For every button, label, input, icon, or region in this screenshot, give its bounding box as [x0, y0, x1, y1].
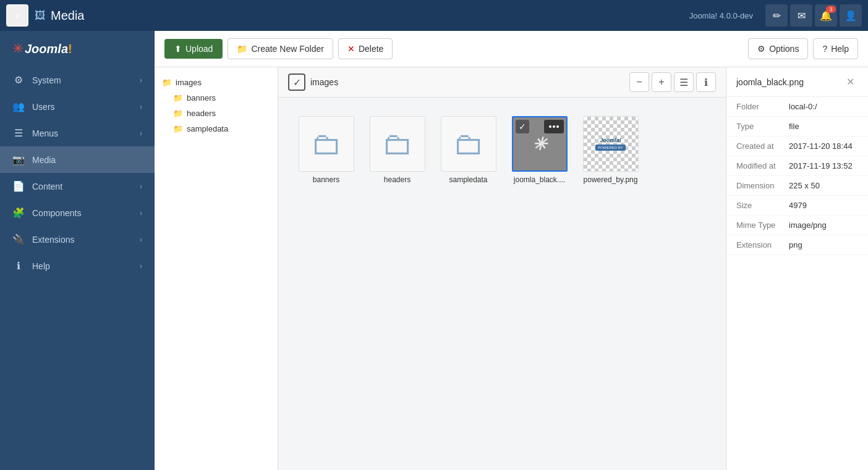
sidebar-item-media[interactable]: 📷 Media	[0, 146, 155, 173]
chevron-right-icon: ›	[140, 76, 142, 85]
page-title: Media	[51, 9, 689, 23]
info-label-created: Created at	[736, 141, 789, 151]
info-button[interactable]: ℹ	[696, 72, 716, 92]
info-value-modified: 2017-11-19 13:52	[789, 161, 853, 170]
info-label-type: Type	[736, 122, 789, 131]
media-item-headers[interactable]: 🗀 headers	[362, 110, 433, 190]
sidebar-item-users[interactable]: 👥 Users ›	[0, 93, 155, 120]
info-label-dimension: Dimension	[736, 181, 789, 190]
info-row-type: Type file	[726, 117, 868, 136]
tree-item-headers[interactable]: 📁 headers	[166, 106, 278, 121]
info-panel-header: joomla_black.png ✕	[726, 67, 868, 97]
info-row-size: Size 4979	[726, 196, 868, 216]
folder-large-icon: 🗀	[311, 128, 342, 159]
info-close-button[interactable]: ✕	[843, 75, 858, 89]
media-main: ✓ images − + ☰ ℹ	[278, 67, 726, 470]
info-label-modified: Modified at	[736, 161, 789, 170]
list-view-button[interactable]: ☰	[674, 72, 694, 92]
mail-button[interactable]: ✉	[790, 4, 812, 27]
media-item-label: sampledata	[449, 175, 487, 184]
notifications-button[interactable]: 🔔 3	[815, 4, 837, 27]
media-grid: 🗀 banners 🗀 headers	[291, 110, 646, 458]
media-item-joomla-black[interactable]: ✓ ✳ joomla_black....	[504, 110, 575, 190]
file-thumb: Joomla! POWERED BY	[583, 116, 639, 172]
toolbar-right: ⚙ Options ? Help	[748, 38, 858, 59]
info-label-size: Size	[736, 201, 789, 210]
sidebar: ✳ Joomla ! ⚙ System › 👥 Users › ☰ Menus …	[0, 31, 155, 470]
create-folder-button[interactable]: 📁 Create New Folder	[228, 38, 333, 59]
sidebar-logo: ✳ Joomla !	[0, 31, 155, 67]
system-icon: ⚙	[12, 74, 25, 86]
breadcrumb: images	[310, 77, 624, 87]
user-button[interactable]: 👤	[840, 4, 862, 27]
edit-icon-button[interactable]: ✏	[765, 4, 788, 27]
info-icon: ℹ	[704, 77, 708, 88]
minus-icon: −	[636, 77, 642, 88]
joomla-logo: ✳ Joomla !	[12, 41, 72, 57]
folder-large-icon: 🗀	[382, 128, 413, 159]
sidebar-item-menus[interactable]: ☰ Menus ›	[0, 120, 155, 146]
list-icon: ☰	[679, 77, 688, 88]
media-browser: 📁 images 📁 banners 📁 headers 📁 sampledat…	[155, 67, 868, 470]
media-icon: 🖼	[35, 9, 46, 22]
folder-icon: 📁	[173, 109, 183, 118]
info-value-mimetype: image/png	[789, 220, 827, 230]
help-toolbar-button[interactable]: ? Help	[813, 38, 858, 59]
media-item-label: banners	[313, 175, 339, 184]
extensions-icon: 🔌	[12, 233, 25, 245]
content-icon: 📄	[12, 180, 25, 192]
chevron-right-icon: ›	[140, 262, 142, 271]
info-label-mimetype: Mime Type	[736, 220, 789, 230]
checkerboard-bg: Joomla! POWERED BY	[584, 117, 638, 171]
back-button[interactable]: ‹	[6, 4, 28, 27]
upload-icon: ⬆	[174, 44, 182, 54]
chevron-right-icon: ›	[140, 103, 142, 111]
menus-icon: ☰	[12, 127, 25, 139]
tree-item-images[interactable]: 📁 images	[155, 75, 278, 90]
mail-icon: ✉	[798, 10, 806, 22]
topbar-actions: ✏ ✉ 🔔 3 👤	[765, 4, 862, 27]
folder-thumb: 🗀	[370, 116, 425, 172]
sidebar-item-system[interactable]: ⚙ System ›	[0, 67, 155, 93]
media-header: ✓ images − + ☰ ℹ	[278, 67, 726, 98]
media-item-powered-by[interactable]: Joomla! POWERED BY powered_by.png	[575, 110, 646, 190]
folder-thumb: 🗀	[299, 116, 354, 172]
minus-button[interactable]: −	[629, 72, 649, 92]
chevron-right-icon: ›	[140, 129, 142, 138]
info-value-type: file	[789, 122, 799, 131]
info-panel-title: joomla_black.png	[736, 77, 804, 87]
info-label-extension: Extension	[736, 240, 789, 250]
tree-children: 📁 banners 📁 headers 📁 sampledata	[155, 90, 278, 136]
folder-thumb: 🗀	[441, 116, 496, 172]
help-icon: ℹ	[12, 260, 25, 272]
info-row-modified: Modified at 2017-11-19 13:52	[726, 156, 868, 176]
info-value-folder: local-0:/	[789, 102, 817, 111]
file-tree: 📁 images 📁 banners 📁 headers 📁 sampledat…	[155, 67, 278, 470]
sidebar-item-components[interactable]: 🧩 Components ›	[0, 199, 155, 226]
select-all-checkbox[interactable]: ✓	[288, 73, 305, 91]
question-icon: ?	[822, 44, 827, 54]
joomla-asterisk: ✳	[12, 41, 23, 57]
folder-icon: 📁	[237, 44, 247, 54]
sidebar-item-extensions[interactable]: 🔌 Extensions ›	[0, 226, 155, 253]
sidebar-item-content[interactable]: 📄 Content ›	[0, 173, 155, 199]
version-label: Joomla! 4.0.0-dev	[689, 11, 753, 20]
delete-button[interactable]: ✕ Delete	[338, 38, 393, 59]
tree-item-banners[interactable]: 📁 banners	[166, 90, 278, 106]
info-row-dimension: Dimension 225 x 50	[726, 176, 868, 196]
info-row-extension: Extension png	[726, 235, 868, 255]
info-value-dimension: 225 x 50	[789, 181, 820, 190]
info-value-extension: png	[789, 240, 802, 250]
chevron-right-icon: ›	[140, 209, 142, 217]
plus-button[interactable]: +	[652, 72, 671, 92]
upload-button[interactable]: ⬆ Upload	[164, 39, 223, 59]
options-button[interactable]: ⚙ Options	[748, 38, 808, 59]
sidebar-item-help[interactable]: ℹ Help ›	[0, 253, 155, 279]
media-item-banners[interactable]: 🗀 banners	[291, 110, 362, 190]
content-area: ⬆ Upload 📁 Create New Folder ✕ Delete ⚙ …	[155, 31, 868, 470]
media-item-sampledata[interactable]: 🗀 sampledata	[433, 110, 504, 190]
chevron-right-icon: ›	[140, 182, 142, 191]
tree-item-sampledata[interactable]: 📁 sampledata	[166, 121, 278, 136]
main-layout: ✳ Joomla ! ⚙ System › 👥 Users › ☰ Menus …	[0, 31, 868, 470]
plus-icon: +	[658, 77, 664, 88]
